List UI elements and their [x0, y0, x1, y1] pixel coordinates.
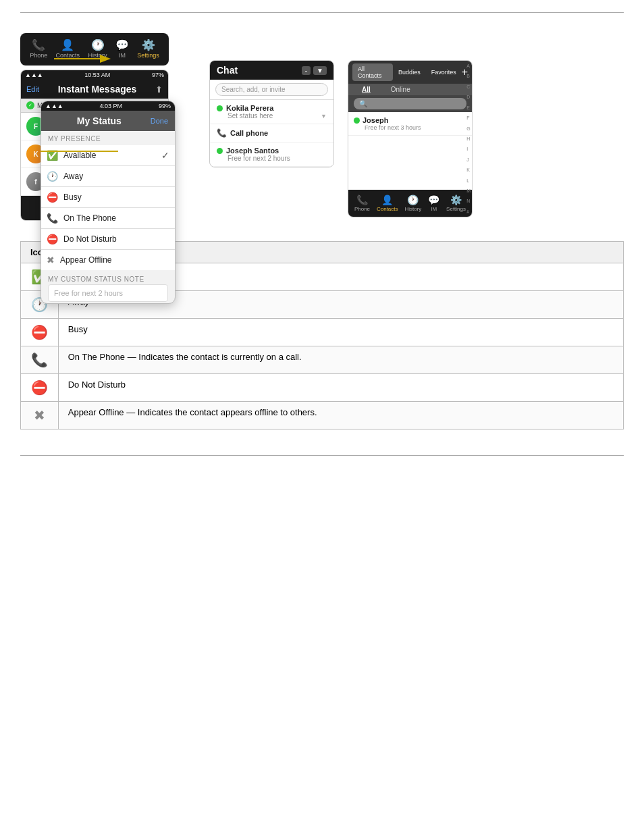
- contacts-contacts-icon: 👤: [381, 194, 393, 205]
- joseph-santos-name: Joseph Santos: [226, 147, 279, 155]
- tab-bar-im-label: IM: [119, 52, 126, 59]
- left-col: 📞 Phone 👤 Contacts 🕐 History 💬 IM ⚙️: [20, 33, 196, 221]
- buddies-tab[interactable]: Buddies: [393, 67, 426, 78]
- busy-table-icon: ⛔: [31, 325, 48, 340]
- favorites-tab[interactable]: Favorites: [426, 67, 462, 78]
- tab-bar-history-label: History: [88, 52, 107, 59]
- presence-options-list: ✅ Available ✓ 🕐 Away ⛔: [41, 145, 175, 270]
- status-available-dot: [26, 101, 34, 109]
- contacts-col: All Contacts Buddies Favorites + All Onl…: [348, 60, 473, 217]
- custom-status-section: My Custom Status Note Free for next 2 ho…: [41, 271, 175, 303]
- tab-bar-contacts-label: Contacts: [56, 52, 80, 59]
- busy-label: Busy: [63, 192, 82, 202]
- contacts-contact-joseph[interactable]: Joseph Free for next 3 hours: [348, 112, 472, 136]
- ms-signal: ▲▲▲: [45, 103, 63, 109]
- contacts-history-label: History: [404, 206, 421, 212]
- my-status-title: My Status: [48, 115, 151, 126]
- custom-status-input[interactable]: Free for next 2 hours: [48, 284, 168, 302]
- contacts-search-input[interactable]: 🔍: [354, 98, 466, 109]
- dnd-table-icon: ⛔: [31, 380, 48, 395]
- table-icon-on-phone: 📞: [21, 346, 59, 374]
- joseph-santos-dot: [217, 148, 223, 154]
- table-desc-busy: Busy: [58, 319, 623, 346]
- tab-bar-contacts[interactable]: 👤 Contacts: [56, 40, 80, 59]
- appear-offline-label: Appear Offline: [60, 255, 112, 265]
- contacts-bottom-history[interactable]: 🕐 History: [404, 194, 421, 212]
- table-desc-offline: Appear Offline — Indicates the contact a…: [58, 402, 623, 429]
- presence-appear-offline[interactable]: ✖ Appear Offline: [41, 250, 175, 270]
- bottom-rule: [20, 455, 624, 456]
- contacts-bottom-contacts[interactable]: 👤 Contacts: [377, 194, 398, 212]
- table-desc-dnd: Do Not Disturb: [58, 374, 623, 402]
- chat-search-input[interactable]: Search, add, or invite: [215, 83, 328, 96]
- busy-icon: ⛔: [47, 192, 58, 203]
- all-contacts-tab[interactable]: All Contacts: [352, 63, 393, 81]
- joseph-contacts-sub: Free for next 3 hours: [365, 124, 466, 131]
- table-icon-busy: ⛔: [21, 319, 59, 346]
- available-icon: ✅: [47, 150, 58, 161]
- available-check: ✓: [161, 150, 169, 161]
- table-desc-on-phone: On The Phone — Indicates the contact is …: [58, 346, 623, 374]
- away-icon: 🕐: [47, 171, 58, 182]
- im-signal: ▲▲▲: [25, 72, 43, 78]
- away-label: Away: [63, 172, 83, 181]
- settings-icon: ⚙️: [142, 40, 155, 51]
- contacts-settings-label: Settings: [446, 206, 466, 212]
- contacts-icon: 👤: [61, 40, 74, 51]
- contacts-phone-icon: 📞: [356, 194, 368, 205]
- chat-contact-kokila[interactable]: Kokila Perera Set status here ▼: [210, 100, 333, 124]
- ms-time: 4:03 PM: [100, 103, 123, 109]
- tab-bar-settings-label: Settings: [137, 52, 159, 59]
- chat-minimize-button[interactable]: -: [302, 66, 311, 75]
- kokila-dropdown-icon: ▼: [321, 113, 327, 120]
- main-content: 📞 Phone 👤 Contacts 🕐 History 💬 IM ⚙️: [0, 13, 644, 443]
- contacts-empty-space: [348, 136, 472, 190]
- tab-bar-im[interactable]: 💬 IM: [115, 40, 129, 59]
- chat-contact-joseph-santos[interactable]: Joseph Santos Free for next 2 hours: [210, 142, 333, 167]
- chat-title: Chat: [217, 65, 238, 76]
- call-phone-icon: 📞: [217, 128, 227, 138]
- contacts-bottom-im[interactable]: 💬 IM: [428, 194, 439, 212]
- contacts-screen: All Contacts Buddies Favorites + All Onl…: [348, 60, 473, 217]
- on-phone-icon: 📞: [47, 213, 58, 224]
- tab-bar-history[interactable]: 🕐 History: [88, 40, 107, 59]
- custom-status-label: My Custom Status Note: [48, 276, 168, 283]
- joseph-contacts-name: Joseph: [363, 116, 389, 124]
- table-row: ⛔ Do Not Disturb: [21, 374, 624, 402]
- table-row: 📞 On The Phone — Indicates the contact i…: [21, 346, 624, 374]
- chat-screen: Chat - ▼ Search, add, or invite Kokila P…: [209, 60, 334, 167]
- im-compose-icon[interactable]: ⬆: [155, 84, 163, 95]
- all-subtab[interactable]: All: [362, 86, 371, 93]
- chat-controls: - ▼: [302, 66, 327, 75]
- contacts-im-icon: 💬: [428, 194, 439, 205]
- table-icon-offline: ✖: [21, 402, 59, 429]
- contacts-index: A B C D E F G H I J K L M N #: [466, 61, 471, 217]
- my-presence-label: My Presence: [48, 135, 168, 142]
- chat-contact-call-phone[interactable]: 📞 Call phone: [210, 124, 333, 142]
- my-status-done-button[interactable]: Done: [151, 117, 168, 125]
- ms-battery: 99%: [159, 103, 171, 109]
- kokila-status-dot: [217, 105, 223, 111]
- table-row: ✖ Appear Offline — Indicates the contact…: [21, 402, 624, 429]
- my-status-overlay: ▲▲▲ 4:03 PM 99% My Status Done My Presen…: [41, 101, 176, 304]
- tab-bar-phone[interactable]: 📞 Phone: [30, 40, 47, 59]
- table-icon-dnd: ⛔: [21, 374, 59, 402]
- presence-available[interactable]: ✅ Available ✓: [41, 145, 175, 166]
- tab-bar-settings[interactable]: ⚙️ Settings: [137, 40, 159, 59]
- im-status-bar: ▲▲▲ 10:53 AM 97%: [21, 70, 168, 80]
- presence-on-phone[interactable]: 📞 On The Phone: [41, 208, 175, 229]
- presence-busy[interactable]: ⛔ Busy: [41, 187, 175, 208]
- chat-dropdown-button[interactable]: ▼: [313, 66, 327, 75]
- chat-col: Chat - ▼ Search, add, or invite Kokila P…: [209, 60, 334, 167]
- contacts-bottom-phone[interactable]: 📞 Phone: [354, 194, 370, 212]
- appear-offline-icon: ✖: [47, 255, 55, 265]
- available-label: Available: [63, 151, 96, 160]
- presence-away[interactable]: 🕐 Away: [41, 166, 175, 187]
- online-subtab[interactable]: Online: [391, 86, 410, 93]
- contacts-bottom-settings[interactable]: ⚙️ Settings: [446, 194, 466, 212]
- chat-header: Chat - ▼: [210, 61, 333, 80]
- im-title: Instant Messages: [39, 84, 155, 95]
- im-edit-button[interactable]: Edit: [26, 85, 39, 93]
- presence-dnd[interactable]: ⛔ Do Not Disturb: [41, 229, 175, 250]
- my-status-header: My Status Done: [41, 111, 175, 131]
